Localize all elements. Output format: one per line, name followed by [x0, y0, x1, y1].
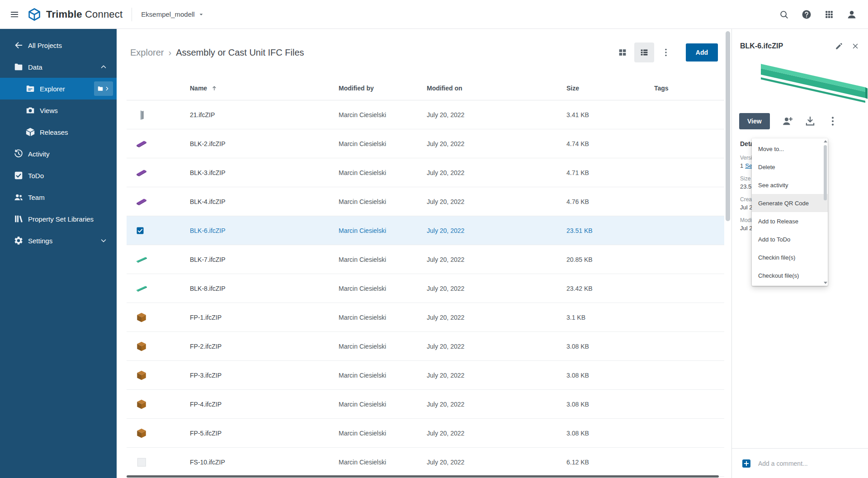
add-comment-icon[interactable] — [741, 458, 752, 469]
column-modified-by[interactable]: Modified by — [339, 85, 427, 92]
file-name[interactable]: FS-10.ifcZIP — [190, 459, 339, 466]
sidebar-item-releases[interactable]: Releases — [0, 121, 117, 143]
rename-button[interactable] — [831, 38, 847, 54]
account-button[interactable] — [843, 5, 861, 24]
breadcrumb-separator: › — [168, 47, 171, 58]
table-row-fp-1-ifczip[interactable]: FP-1.ifcZIPMarcin CiesielskiJuly 20, 202… — [127, 303, 724, 332]
file-modified-on: July 20, 2022 — [427, 140, 566, 147]
menu-item-see-activity[interactable]: See activity — [752, 176, 828, 194]
view-button[interactable]: View — [739, 113, 770, 129]
column-name[interactable]: Name — [190, 85, 339, 92]
package-icon — [25, 127, 35, 137]
menu-button[interactable] — [5, 5, 24, 24]
table-row-fp-3-ifczip[interactable]: FP-3.ifcZIPMarcin CiesielskiJuly 20, 202… — [127, 361, 724, 390]
chevron-down-icon — [99, 237, 108, 245]
sidebar-item-data[interactable]: Data — [0, 56, 117, 78]
horizontal-scrollbar-thumb[interactable] — [127, 475, 719, 478]
kebab-menu-icon — [661, 47, 671, 57]
file-name[interactable]: FP-5.ifcZIP — [190, 430, 339, 437]
file-modified-on: July 20, 2022 — [427, 227, 566, 234]
sidebar-item-all-projects[interactable]: All Projects — [0, 34, 117, 56]
close-panel-button[interactable] — [847, 38, 863, 54]
file-name[interactable]: FP-1.ifcZIP — [190, 314, 339, 321]
sidebar-item-activity[interactable]: Activity — [0, 143, 117, 165]
sidebar-item-explorer[interactable]: Explorer — [0, 78, 117, 99]
row-checkbox-checked[interactable] — [136, 226, 145, 235]
file-name[interactable]: 21.ifcZIP — [190, 111, 339, 118]
menu-item-checkout-file-s[interactable]: Checkout file(s) — [752, 266, 828, 284]
download-icon[interactable] — [804, 115, 816, 127]
column-tags[interactable]: Tags — [654, 85, 724, 92]
file-size: 4.71 KB — [566, 169, 654, 176]
file-size: 3.08 KB — [566, 343, 654, 350]
brand-rest: Connect — [85, 9, 123, 20]
context-menu-scrollbar-thumb[interactable] — [824, 145, 827, 200]
breadcrumb-root[interactable]: Explorer — [130, 47, 164, 58]
file-size: 6.12 KB — [566, 459, 654, 466]
table-row-fp-2-ifczip[interactable]: FP-2.ifcZIPMarcin CiesielskiJuly 20, 202… — [127, 332, 724, 361]
sidebar-item-label: Views — [40, 107, 112, 114]
file-type-icon — [136, 196, 147, 208]
menu-item-checkin-file-s[interactable]: Checkin file(s) — [752, 248, 828, 266]
file-name[interactable]: BLK-3.ifcZIP — [190, 169, 339, 176]
apps-grid-icon — [824, 9, 834, 19]
file-name[interactable]: BLK-4.ifcZIP — [190, 198, 339, 205]
sidebar-item-settings[interactable]: Settings — [0, 230, 117, 251]
vertical-scrollbar-thumb[interactable] — [726, 31, 730, 221]
file-more-options-icon[interactable] — [827, 115, 839, 127]
sidebar-item-todo[interactable]: ToDo — [0, 165, 117, 186]
file-name[interactable]: FP-3.ifcZIP — [190, 372, 339, 379]
file-name[interactable]: FP-4.ifcZIP — [190, 401, 339, 408]
file-name[interactable]: BLK-2.ifcZIP — [190, 140, 339, 147]
file-name[interactable]: FP-2.ifcZIP — [190, 343, 339, 350]
table-row-blk-3-ifczip[interactable]: BLK-3.ifcZIPMarcin CiesielskiJuly 20, 20… — [127, 158, 724, 187]
scroll-down-arrow-icon[interactable] — [824, 282, 827, 284]
vertical-scrollbar[interactable] — [724, 29, 731, 478]
sidebar-item-views[interactable]: Views — [0, 99, 117, 121]
comment-input[interactable] — [758, 460, 859, 467]
sidebar-item-label: Team — [28, 194, 112, 201]
table-row-fs-10-ifczip[interactable]: FS-10.ifcZIPMarcin CiesielskiJuly 20, 20… — [127, 448, 724, 477]
todo-icon — [14, 170, 24, 180]
table-row-blk-8-ifczip[interactable]: BLK-8.ifcZIPMarcin CiesielskiJuly 20, 20… — [127, 274, 724, 303]
file-modified-on: July 20, 2022 — [427, 198, 566, 205]
apps-button[interactable] — [820, 5, 838, 24]
table-row-blk-4-ifczip[interactable]: BLK-4.ifcZIPMarcin CiesielskiJuly 20, 20… — [127, 187, 724, 216]
menu-item-generate-qr-code[interactable]: Generate QR Code — [752, 194, 828, 212]
table-row-blk-6-ifczip[interactable]: BLK-6.ifcZIPMarcin CiesielskiJuly 20, 20… — [127, 216, 724, 245]
more-options-button[interactable] — [656, 43, 676, 62]
add-button[interactable]: Add — [686, 43, 718, 62]
table-row-21-ifczip[interactable]: 21.ifcZIPMarcin CiesielskiJuly 20, 20223… — [127, 100, 724, 129]
share-person-add-icon[interactable] — [782, 115, 793, 127]
sidebar-item-team[interactable]: Team — [0, 186, 117, 208]
help-button[interactable] — [797, 5, 816, 24]
project-name: Eksempel_modell — [141, 10, 194, 18]
project-selector[interactable]: Eksempel_modell — [141, 10, 204, 18]
column-modified-on[interactable]: Modified on — [427, 85, 566, 92]
sidebar-item-property-set-libraries[interactable]: Property Set Libraries — [0, 208, 117, 230]
scroll-up-arrow-icon[interactable] — [824, 140, 827, 142]
file-name[interactable]: BLK-6.ifcZIP — [190, 227, 339, 234]
open-explorer-shortcut[interactable] — [94, 81, 113, 96]
table-row-fp-4-ifczip[interactable]: FP-4.ifcZIPMarcin CiesielskiJuly 20, 202… — [127, 390, 724, 419]
file-type-icon — [136, 109, 147, 121]
context-menu-scrollbar[interactable] — [823, 140, 827, 284]
file-modified-by: Marcin Ciesielski — [339, 430, 427, 437]
table-row-fp-5-ifczip[interactable]: FP-5.ifcZIPMarcin CiesielskiJuly 20, 202… — [127, 419, 724, 448]
search-button[interactable] — [775, 5, 793, 24]
table-row-blk-2-ifczip[interactable]: BLK-2.ifcZIPMarcin CiesielskiJuly 20, 20… — [127, 129, 724, 158]
file-name[interactable]: BLK-7.ifcZIP — [190, 256, 339, 263]
menu-item-add-to-todo[interactable]: Add to ToDo — [752, 230, 828, 248]
file-name[interactable]: BLK-8.ifcZIP — [190, 285, 339, 292]
menu-item-move-to[interactable]: Move to... — [752, 140, 828, 158]
grid-view-button[interactable] — [613, 43, 632, 62]
file-size: 23.51 KB — [566, 227, 654, 234]
comment-bar — [732, 448, 868, 478]
list-view-button[interactable] — [634, 43, 654, 62]
column-size[interactable]: Size — [566, 85, 654, 92]
menu-item-delete[interactable]: Delete — [752, 158, 828, 176]
file-type-icon — [136, 369, 147, 381]
table-row-blk-7-ifczip[interactable]: BLK-7.ifcZIPMarcin CiesielskiJuly 20, 20… — [127, 245, 724, 274]
file-modified-on: July 20, 2022 — [427, 314, 566, 321]
menu-item-add-to-release[interactable]: Add to Release — [752, 212, 828, 230]
